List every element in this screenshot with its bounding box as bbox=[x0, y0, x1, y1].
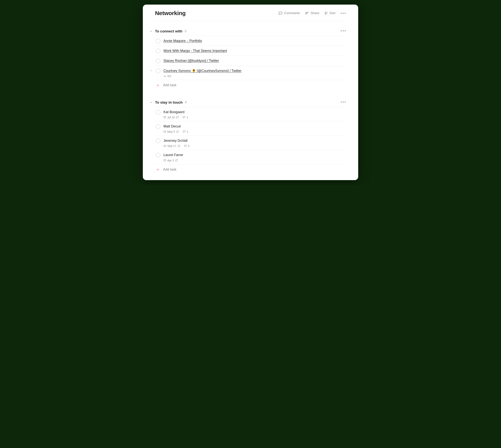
task-checkbox[interactable] bbox=[156, 124, 160, 129]
task-meta: Sep 17 2 bbox=[164, 144, 346, 147]
plus-icon bbox=[156, 83, 160, 87]
add-task-button[interactable]: Add task bbox=[155, 80, 346, 88]
share-label: Share bbox=[310, 11, 319, 15]
task-title[interactable]: Annie Maguire – Portfolio bbox=[164, 39, 346, 43]
task-meta: May 5 1 bbox=[164, 130, 346, 133]
chevron-right-icon[interactable] bbox=[149, 69, 153, 72]
section-header: To connect with 5 bbox=[155, 29, 346, 36]
chevron-down-icon[interactable] bbox=[149, 101, 153, 104]
svg-rect-10 bbox=[164, 145, 166, 147]
task-title[interactable]: Laurel Farrer bbox=[164, 153, 346, 157]
task-title[interactable]: Matt Decuir bbox=[164, 124, 346, 129]
section-header: To stay in touch 4 bbox=[155, 100, 346, 107]
subtask-icon bbox=[164, 75, 166, 78]
task-meta: 0/1 bbox=[164, 74, 346, 78]
recurring-icon bbox=[175, 159, 178, 162]
task-title[interactable]: Courtney Symons 🌻 [@CourtneySymons] / Tw… bbox=[164, 68, 346, 73]
more-options-button[interactable] bbox=[340, 12, 346, 15]
app-window: Networking Comments bbox=[143, 5, 358, 180]
task-meta: Apr 2 bbox=[164, 159, 346, 162]
svg-rect-12 bbox=[164, 160, 166, 161]
task-row[interactable]: Matt Decuir May 5 1 bbox=[155, 121, 346, 136]
section-to-connect-with: To connect with 5 Annie Maguire – Portfo… bbox=[155, 29, 346, 88]
svg-point-0 bbox=[306, 12, 307, 13]
task-title[interactable]: Jeremey DuVall bbox=[164, 138, 346, 143]
section-count: 5 bbox=[185, 29, 186, 33]
task-date: Sep 17 bbox=[167, 144, 176, 147]
task-date: May 5 bbox=[167, 130, 175, 133]
task-row[interactable]: Laurel Farrer Apr 2 bbox=[155, 150, 346, 164]
section-more-button[interactable] bbox=[340, 30, 346, 32]
task-row[interactable]: Stacey Roshan [@buddyxo] / Twitter bbox=[155, 56, 346, 66]
svg-point-3 bbox=[165, 76, 166, 77]
sort-button[interactable]: Sort bbox=[324, 11, 335, 15]
task-row[interactable]: Work With Margo - That Seems Important bbox=[155, 46, 346, 56]
sort-label: Sort bbox=[330, 11, 335, 15]
comment-count: 1 bbox=[186, 116, 188, 119]
task-date: Apr 2 bbox=[167, 159, 174, 162]
recurring-icon bbox=[176, 130, 179, 133]
svg-rect-6 bbox=[164, 116, 166, 118]
section-more-button[interactable] bbox=[340, 101, 346, 103]
comment-icon bbox=[278, 11, 283, 15]
calendar-icon bbox=[164, 116, 166, 118]
calendar-icon bbox=[164, 145, 166, 147]
task-checkbox[interactable] bbox=[156, 39, 160, 43]
task-title[interactable]: Stacey Roshan [@buddyxo] / Twitter bbox=[164, 58, 346, 63]
task-checkbox[interactable] bbox=[156, 69, 160, 73]
header-actions: Comments Share bbox=[278, 11, 346, 15]
recurring-icon bbox=[178, 145, 180, 147]
comment-icon bbox=[184, 144, 187, 147]
add-task-button[interactable]: Add task bbox=[155, 164, 346, 173]
task-meta: Jul 10 1 bbox=[164, 116, 346, 119]
page-header: Networking Comments bbox=[155, 10, 346, 21]
task-title[interactable]: Work With Margo - That Seems Important bbox=[164, 48, 346, 53]
calendar-icon bbox=[164, 130, 166, 133]
section-title: To stay in touch bbox=[155, 100, 183, 105]
comments-button[interactable]: Comments bbox=[278, 11, 300, 15]
task-checkbox[interactable] bbox=[156, 139, 160, 143]
comments-label: Comments bbox=[284, 11, 300, 15]
add-task-label: Add task bbox=[163, 83, 176, 87]
section-title: To connect with bbox=[155, 29, 182, 33]
section-count: 4 bbox=[185, 100, 186, 104]
section-to-stay-in-touch: To stay in touch 4 Kat Boogaard Jul 10 bbox=[155, 100, 346, 173]
task-row[interactable]: Jeremey DuVall Sep 17 2 bbox=[155, 136, 346, 150]
task-checkbox[interactable] bbox=[156, 49, 160, 53]
comment-count: 1 bbox=[187, 130, 188, 133]
svg-rect-8 bbox=[164, 131, 166, 133]
task-checkbox[interactable] bbox=[156, 110, 160, 114]
task-row[interactable]: Kat Boogaard Jul 10 1 bbox=[155, 107, 346, 121]
sort-icon bbox=[324, 11, 328, 15]
subtask-count: 0/1 bbox=[167, 74, 171, 78]
task-checkbox[interactable] bbox=[156, 59, 160, 63]
task-date: Jul 10 bbox=[167, 116, 175, 119]
share-button[interactable]: Share bbox=[305, 11, 319, 15]
comment-icon bbox=[183, 130, 185, 133]
share-icon bbox=[305, 11, 309, 15]
task-checkbox[interactable] bbox=[156, 153, 160, 157]
chevron-down-icon[interactable] bbox=[149, 30, 153, 33]
task-row[interactable]: Annie Maguire – Portfolio bbox=[155, 36, 346, 46]
task-title[interactable]: Kat Boogaard bbox=[164, 110, 346, 114]
calendar-icon bbox=[164, 159, 166, 162]
add-task-label: Add task bbox=[163, 168, 176, 172]
page-title: Networking bbox=[155, 10, 185, 16]
recurring-icon bbox=[176, 116, 179, 118]
plus-icon bbox=[156, 168, 160, 172]
task-row[interactable]: Courtney Symons 🌻 [@CourtneySymons] / Tw… bbox=[155, 66, 346, 80]
comment-count: 2 bbox=[188, 144, 190, 147]
comment-icon bbox=[183, 116, 185, 119]
